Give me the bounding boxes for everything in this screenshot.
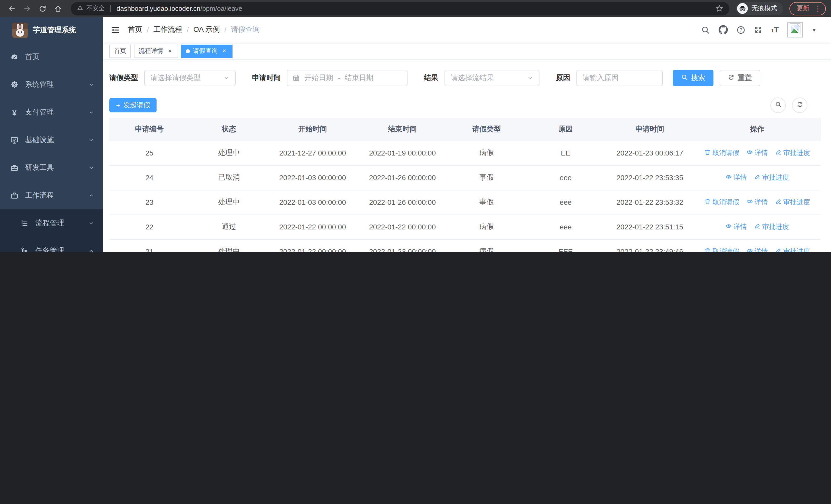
action-detail-link[interactable]: 详情 [746, 148, 768, 157]
leave-type-select[interactable]: 请选择请假类型 [144, 70, 236, 86]
breadcrumb-item[interactable]: 首页 [128, 25, 142, 34]
breadcrumb-item[interactable]: OA 示例 [194, 25, 220, 34]
action-progress-link[interactable]: 审批进度 [754, 222, 789, 232]
action-cancel-link[interactable]: 取消请假 [704, 247, 739, 252]
briefcase-icon [10, 191, 19, 200]
cell-status: 处理中 [190, 141, 268, 165]
apply-time-label: 申请时间 [252, 73, 281, 83]
apply-time-range-picker[interactable]: 开始日期 - 结束日期 [287, 70, 407, 86]
reset-button[interactable]: 重置 [720, 70, 760, 86]
cell-start: 2022-01-22 00:00:00 [268, 214, 357, 239]
refresh-icon [728, 74, 735, 82]
action-progress-link[interactable]: 审批进度 [775, 247, 810, 252]
close-icon[interactable]: × [221, 48, 228, 55]
url-text: dashboard.yudao.iocoder.cn/bpm/oa/leave [116, 5, 242, 12]
sidebar-item-任务管理[interactable]: 任务管理 [0, 237, 103, 252]
leave-table: 申请编号状态开始时间结束时间请假类型原因申请时间操作 25处理中2021-12-… [109, 118, 821, 252]
tab-流程详情[interactable]: 流程详情× [134, 45, 178, 58]
sidebar-toggle-icon[interactable] [111, 25, 120, 34]
avatar[interactable] [787, 22, 803, 37]
sidebar-item-label: 研发工具 [25, 163, 54, 173]
filter-form: 请假类型 请选择请假类型 申请时间 开始日期 - 结束日期 [109, 70, 821, 86]
create-leave-button[interactable]: + 发起请假 [109, 98, 156, 112]
gauge-icon [10, 53, 19, 61]
sidebar-item-label: 流程管理 [35, 219, 64, 228]
sidebar-item-基础设施[interactable]: 基础设施 [0, 126, 103, 154]
reason-input[interactable]: 请输入原因 [576, 70, 663, 86]
result-select[interactable]: 请选择流结果 [445, 70, 540, 86]
column-header: 申请编号 [109, 118, 190, 141]
sidebar-item-流程管理[interactable]: 流程管理 [0, 209, 103, 237]
search-icon[interactable] [701, 25, 710, 34]
trash-icon [704, 198, 711, 206]
cell-apply-time: 2022-01-23 00:06:17 [606, 141, 693, 165]
browser-menu-icon[interactable]: ⋮ [814, 5, 822, 12]
column-header: 开始时间 [268, 118, 357, 141]
address-bar[interactable]: 不安全 dashboard.yudao.iocoder.cn/bpm/oa/le… [71, 2, 729, 15]
action-cancel-link[interactable]: 取消请假 [704, 148, 739, 157]
calendar-icon [292, 75, 300, 82]
cell-reason: EEE [525, 239, 606, 252]
action-progress-link[interactable]: 审批进度 [775, 148, 810, 157]
cell-apply-time: 2022-01-22 23:53:35 [606, 165, 693, 190]
action-cancel-link[interactable]: 取消请假 [704, 198, 739, 207]
toggle-search-button[interactable] [770, 97, 786, 113]
action-progress-link[interactable]: 审批进度 [754, 173, 789, 182]
column-header: 结束时间 [357, 118, 448, 141]
column-header: 原因 [525, 118, 606, 141]
table-row: 24已取消2022-01-03 00:00:002022-01-26 00:00… [109, 165, 821, 190]
sidebar-item-系统管理[interactable]: 系统管理 [0, 71, 103, 98]
action-detail-link[interactable]: 详情 [725, 222, 747, 232]
action-progress-link[interactable]: 审批进度 [775, 198, 810, 207]
cell-apply-time: 2022-01-22 23:51:15 [606, 214, 693, 239]
breadcrumb-item[interactable]: 工作流程 [153, 25, 182, 34]
browser-reload-button[interactable] [36, 2, 49, 15]
fullscreen-icon[interactable] [754, 26, 762, 34]
search-button[interactable]: 搜索 [673, 70, 713, 86]
cell-reason: eee [525, 190, 606, 214]
cell-actions: 取消请假详情审批进度 [693, 141, 821, 165]
browser-chrome: 不安全 dashboard.yudao.iocoder.cn/bpm/oa/le… [0, 0, 831, 17]
sidebar-item-label: 系统管理 [25, 80, 54, 89]
refresh-icon [796, 100, 803, 110]
sidebar-item-label: 任务管理 [35, 246, 64, 252]
result-label: 结果 [424, 73, 438, 83]
sidebar-item-研发工具[interactable]: 研发工具 [0, 154, 103, 182]
cell-status: 处理中 [190, 239, 268, 252]
security-chip[interactable]: 不安全 [77, 4, 105, 13]
avatar-caret-icon[interactable]: ▼ [811, 27, 816, 33]
close-icon[interactable]: × [166, 48, 173, 55]
tab-label: 请假查询 [193, 47, 218, 55]
search-icon [775, 100, 781, 110]
column-header: 状态 [190, 118, 268, 141]
chevron-down-icon [88, 165, 94, 171]
font-size-icon[interactable]: TT [771, 26, 779, 34]
sidebar-item-工作流程[interactable]: 工作流程 [0, 182, 103, 209]
cell-type: 病假 [448, 239, 525, 252]
browser-forward-button[interactable] [21, 2, 34, 15]
breadcrumb-separator: / [147, 26, 149, 34]
github-icon[interactable] [719, 25, 728, 34]
table-row: 23处理中2022-01-03 00:00:002022-01-26 00:00… [109, 190, 821, 214]
browser-update-button[interactable]: 更新 ⋮ [790, 2, 826, 15]
monitor-icon [10, 136, 19, 144]
tab-首页[interactable]: 首页 [109, 45, 131, 58]
sidebar-item-首页[interactable]: 首页 [0, 43, 103, 71]
browser-back-button[interactable] [5, 2, 19, 15]
browser-home-button[interactable] [51, 2, 65, 15]
action-detail-link[interactable]: 详情 [725, 173, 747, 182]
refresh-table-button[interactable] [792, 97, 807, 113]
breadcrumb-separator: / [187, 26, 189, 34]
action-detail-link[interactable]: 详情 [746, 247, 768, 252]
tab-请假查询[interactable]: 请假查询× [181, 45, 232, 58]
bookmark-star-icon[interactable] [716, 5, 723, 12]
eye-sm-icon [746, 149, 753, 157]
cell-start: 2022-01-22 00:00:00 [268, 239, 357, 252]
help-icon[interactable]: ? [737, 25, 745, 34]
warning-icon [77, 5, 83, 12]
tree-icon [21, 219, 29, 227]
cell-type: 事假 [448, 165, 525, 190]
app-logo[interactable]: 芋道管理系统 [0, 17, 103, 43]
sidebar-item-支付管理[interactable]: ¥支付管理 [0, 98, 103, 126]
action-detail-link[interactable]: 详情 [746, 198, 768, 207]
